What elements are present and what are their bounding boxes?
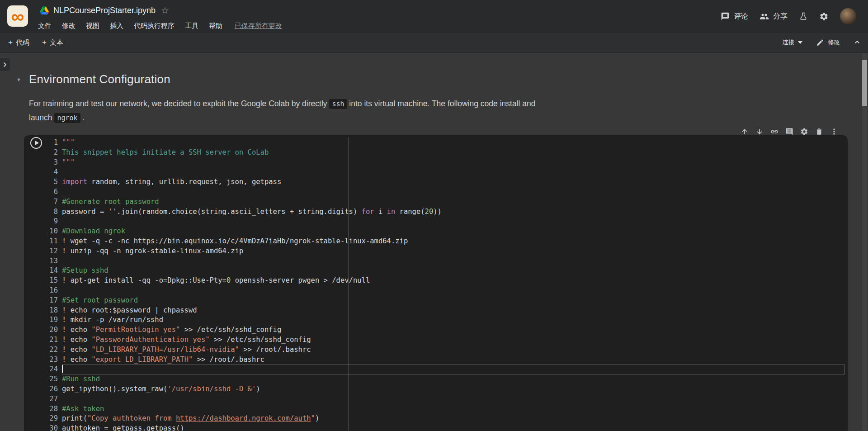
line-number: 8 [46,207,58,217]
star-icon[interactable]: ☆ [161,5,169,16]
move-cell-down-button[interactable] [754,126,765,137]
code-line[interactable]: 24 [46,365,845,374]
code-line[interactable]: 15! apt-get install -qq -o=Dpkg::Use-Pty… [46,276,845,286]
code-text[interactable]: #Set root password [62,296,845,306]
collapse-header-button[interactable] [854,38,861,47]
code-line[interactable]: 28#Ask token [46,404,845,414]
menu-runtime[interactable]: 代码执行程序 [134,22,175,30]
menu-view[interactable]: 视图 [86,22,99,30]
code-text[interactable]: ! echo "PermitRootLogin yes" >> /etc/ssh… [62,325,845,335]
edit-mode-button[interactable]: 修改 [816,38,840,47]
run-cell-button[interactable] [30,137,42,149]
code-text[interactable]: password = ''.join(random.choice(string.… [62,207,845,217]
code-text[interactable]: This snippet helps initiate a SSH server… [62,148,845,158]
code-text[interactable] [62,217,845,227]
delete-cell-button[interactable] [813,126,825,137]
code-line[interactable]: 18! echo root:$password | chpasswd [46,306,845,316]
code-line[interactable]: 26get_ipython().system_raw('/usr/sbin/ss… [46,384,845,394]
code-line[interactable]: 2This snippet helps initiate a SSH serve… [46,148,845,158]
cell-settings-button[interactable] [798,126,810,137]
code-text[interactable]: ! apt-get install -qq -o=Dpkg::Use-Pty=0… [62,276,845,286]
code-line[interactable]: 23! echo "export LD_LIBRARY_PATH" >> /ro… [46,355,845,365]
save-status[interactable]: 已保存所有更改 [235,22,282,30]
code-line[interactable]: 17#Set root password [46,296,845,306]
code-line[interactable]: 20! echo "PermitRootLogin yes" >> /etc/s… [46,325,845,335]
code-line[interactable]: 30authtoken = getpass.getpass() [46,424,845,431]
code-cell[interactable]: 1"""2This snippet helps initiate a SSH s… [24,135,848,431]
code-text[interactable]: #Setup sshd [62,266,845,276]
code-text[interactable]: """ [62,158,845,168]
more-actions-button[interactable] [828,126,840,137]
code-line[interactable]: 21! echo "PasswordAuthentication yes" >>… [46,335,845,345]
code-line[interactable]: 12! unzip -qq -n ngrok-stable-linux-amd6… [46,246,845,256]
menu-file[interactable]: 文件 [38,22,52,30]
code-line[interactable]: 25#Run sshd [46,374,845,384]
code-line[interactable]: 10#Download ngrok [46,227,845,237]
comments-button[interactable]: 评论 [721,12,748,21]
code-line[interactable]: 5import random, string, urllib.request, … [46,177,845,187]
code-line[interactable]: 16 [46,286,845,296]
code-line[interactable]: 22! echo "LD_LIBRARY_PATH=/usr/lib64-nvi… [46,345,845,355]
section-collapse-icon[interactable]: ▼ [16,77,21,82]
menu-insert[interactable]: 插入 [110,22,123,30]
share-button[interactable]: 分享 [760,12,788,21]
code-line[interactable]: 29print("Copy authtoken from https://das… [46,414,845,424]
code-text[interactable]: ! echo "PasswordAuthentication yes" >> /… [62,335,845,345]
code-text[interactable]: ! unzip -qq -n ngrok-stable-linux-amd64.… [62,246,845,256]
code-text[interactable]: ! mkdir -p /var/run/sshd [62,315,845,325]
scrollbar[interactable] [862,53,867,431]
code-line[interactable]: 6 [46,187,845,197]
code-text[interactable] [62,256,845,266]
chevron-up-icon [854,38,861,46]
code-text[interactable] [62,394,845,404]
code-line[interactable]: 14#Setup sshd [46,266,845,276]
code-line[interactable]: 13 [46,256,845,266]
settings-button[interactable] [819,12,829,21]
code-text[interactable]: ! echo "LD_LIBRARY_PATH=/usr/lib64-nvidi… [62,345,845,355]
code-line[interactable]: 4 [46,167,845,177]
code-line[interactable]: 11! wget -q -c -nc https://bin.equinox.i… [46,237,845,246]
labs-button[interactable] [799,12,808,21]
code-text[interactable]: ! echo "export LD_LIBRARY_PATH" >> /root… [62,355,845,365]
code-line[interactable]: 1""" [46,138,845,148]
code-text[interactable] [62,167,845,177]
scrollbar-thumb[interactable] [862,60,867,106]
notebook-title[interactable]: NLPCourseProjStarter.ipynb [53,6,156,15]
add-comment-button[interactable] [783,126,795,137]
move-cell-up-button[interactable] [739,126,750,137]
code-line[interactable]: 19! mkdir -p /var/run/sshd [46,315,845,325]
code-text[interactable]: print("Copy authtoken from https://dashb… [62,414,845,424]
code-text[interactable]: ! echo root:$password | chpasswd [62,306,845,316]
line-number: 3 [46,158,58,168]
line-number: 5 [46,177,58,187]
menu-tools[interactable]: 工具 [185,22,198,30]
code-text[interactable]: get_ipython().system_raw('/usr/sbin/sshd… [62,384,845,394]
code-line[interactable]: 27 [46,394,845,404]
code-text[interactable]: #Download ngrok [62,227,845,237]
code-text[interactable]: ! wget -q -c -nc https://bin.equinox.io/… [62,237,845,246]
line-number: 14 [46,266,58,276]
panel-expand-button[interactable] [0,57,10,71]
code-line[interactable]: 7#Generate root password [46,197,845,207]
code-text[interactable] [62,365,845,374]
menu-help[interactable]: 帮助 [209,22,222,30]
code-text[interactable]: #Ask token [62,404,845,414]
code-text[interactable]: authtoken = getpass.getpass() [62,424,845,431]
add-code-button[interactable]: + 代码 [8,38,29,47]
connect-button[interactable]: 连接 [783,38,803,47]
code-line[interactable]: 9 [46,217,845,227]
menu-edit[interactable]: 修改 [62,22,75,30]
colab-logo-icon[interactable]: ∞ [7,5,28,27]
code-text[interactable]: #Generate root password [62,197,845,207]
code-text[interactable]: #Run sshd [62,374,845,384]
add-text-button[interactable]: + 文本 [42,38,63,47]
avatar[interactable] [840,8,856,24]
code-text[interactable]: import random, string, urllib.request, j… [62,177,845,187]
code-line[interactable]: 3""" [46,158,845,168]
code-text[interactable] [62,286,845,296]
code-text[interactable]: """ [62,138,845,148]
line-number: 4 [46,167,58,177]
copy-cell-link-button[interactable] [769,126,780,137]
code-text[interactable] [62,187,845,197]
code-line[interactable]: 8password = ''.join(random.choice(string… [46,207,845,217]
